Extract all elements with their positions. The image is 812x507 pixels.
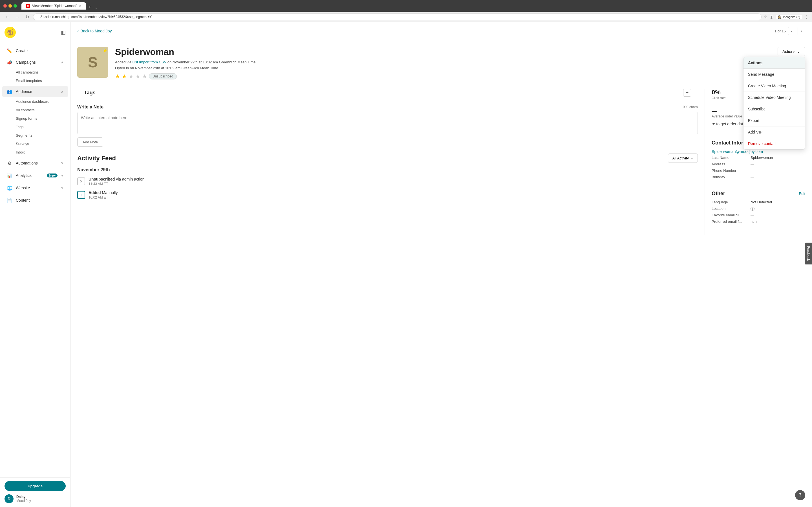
other-info-header: Other Edit [712,191,805,196]
profile-avatar: S ★ [77,47,108,78]
profile-info: Spiderwoman Added via List Import from C… [115,47,805,82]
sidebar-item-campaigns[interactable]: 📣 Campaigns ∧ [2,57,68,68]
dropdown-item-remove-contact[interactable]: Remove contact [744,138,805,149]
activity-section: Activity Feed All Activity ⌄ November 29… [77,154,698,200]
actions-dropdown-button[interactable]: Actions ⌄ [777,47,805,56]
dropdown-item-subscribe[interactable]: Subscribe [744,103,805,115]
sidebar-toggle-button[interactable]: ◧ [61,29,66,36]
activity-date-header: November 29th [77,167,698,172]
sidebar-item-all-campaigns[interactable]: All campaigns [2,68,68,76]
sidebar-item-content-label: Content [16,198,57,203]
website-icon: 🌐 [7,185,12,191]
content-area: Tags + Write a Note 1000 chara Add Note [70,89,812,235]
sidebar-item-tags[interactable]: Tags [2,123,68,131]
reload-button[interactable]: ↻ [24,14,31,20]
sidebar-item-segments[interactable]: Segments [2,131,68,139]
sidebar-item-audience-dashboard[interactable]: Audience dashboard [2,98,68,106]
back-button[interactable]: ← [3,14,11,20]
extension-icon[interactable]: ◫ [770,15,773,19]
contact-address-key: Address [712,162,748,166]
star-2[interactable]: ★ [122,73,127,80]
audience-arrow-icon: ∧ [61,90,63,94]
tags-section: Tags + [77,89,698,105]
profile-stars: ★ ★ ★ ★ ★ Unsubscribed [115,73,805,80]
help-button[interactable]: ? [795,490,805,500]
sidebar-section-audience: 👥 Audience ∧ Audience dashboard All cont… [0,86,70,156]
star-5[interactable]: ★ [142,73,147,80]
maximize-dot[interactable] [13,4,17,8]
sidebar-item-email-templates[interactable]: Email templates [2,76,68,85]
dropdown-item-send-message[interactable]: Send Message [744,69,805,80]
main-content: ‹ Back to Mood Joy 1 of 15 ‹ › S ★ Spide… [70,22,812,507]
activity-item-unsub-time: 11:43 AM ET [89,182,698,186]
dropdown-item-export[interactable]: Export [744,115,805,126]
minimize-dot[interactable] [8,4,12,8]
window-controls-icon[interactable]: ⌄ [94,5,98,10]
sidebar-item-surveys[interactable]: Surveys [2,140,68,148]
back-to-list-link[interactable]: ‹ Back to Mood Joy [77,29,112,34]
contact-row-lastname: Last Name Spiderwoman [712,156,805,160]
tab-close-icon[interactable]: ✕ [79,4,82,8]
dropdown-item-add-vip[interactable]: Add VIP [744,126,805,138]
dropdown-item-create-video-meeting[interactable]: Create Video Meeting [744,80,805,92]
menu-icon[interactable]: ⋮ [805,15,809,19]
profile-opted-text: Opted in on November 29th at 10:02 am Gr… [115,66,805,70]
other-fav-email-key: Favorite email cli... [712,213,748,217]
add-note-button[interactable]: Add Note [77,137,103,147]
other-info-edit-link[interactable]: Edit [799,191,805,196]
sidebar-section-website: 🌐 Website ∨ [0,182,70,193]
analytics-badge: New [47,173,57,177]
activity-filter-button[interactable]: All Activity ⌄ [668,154,698,163]
sidebar-item-audience[interactable]: 👥 Audience ∧ [2,86,68,97]
note-title: Write a Note [77,105,103,110]
sidebar-item-signup-forms[interactable]: Signup forms [2,114,68,122]
active-tab[interactable]: C View Member "Spiderwoman" ✕ [21,2,86,10]
forward-button[interactable]: → [13,14,21,20]
contact-address-val: — [751,162,754,166]
sidebar-item-inbox[interactable]: Inbox [2,148,68,156]
browser-toolbar: ← → ↻ us21.admin.mailchimp.com/lists/mem… [0,12,812,22]
sidebar-item-create[interactable]: ✏️ Create [2,45,68,56]
pagination-prev-button[interactable]: ‹ [788,27,796,35]
upgrade-button[interactable]: Upgrade [4,481,66,491]
profile-source-link[interactable]: List Import from CSV [132,60,166,64]
close-dot[interactable] [3,4,7,8]
incognito-indicator: 🕵 Incognito (2) [776,15,802,19]
incognito-label: Incognito (2) [783,15,800,18]
app-logo[interactable]: 🐒 [4,27,16,38]
sidebar-item-automations[interactable]: ⚙ Automations ∨ [2,158,68,169]
star-4[interactable]: ★ [135,73,140,80]
back-link-label: Back to Mood Joy [80,29,112,33]
other-location-val: — [757,207,760,211]
new-tab-button[interactable]: + [88,4,91,10]
sidebar-item-analytics[interactable]: 📊 Analytics New ∨ [2,170,68,181]
tags-add-button[interactable]: + [683,89,691,97]
sidebar-item-campaigns-label: Campaigns [16,60,57,64]
bookmark-icon[interactable]: ☆ [764,15,767,19]
added-icon: ↓ [77,191,85,199]
activity-item-unsub-text: Unsubscribed via admin action. [89,177,698,181]
note-textarea[interactable] [77,112,698,134]
profile-added-text: Added via [115,60,132,64]
sidebar-item-all-contacts[interactable]: All contacts [2,106,68,114]
browser-chrome: C View Member "Spiderwoman" ✕ + ⌄ [0,0,812,12]
sidebar-item-content[interactable]: 📄 Content ··· [2,194,68,206]
note-section: Write a Note 1000 chara Add Note [77,105,698,147]
star-1[interactable]: ★ [115,73,120,80]
dropdown-item-schedule-video-meeting[interactable]: Schedule Video Meeting [744,92,805,103]
contact-row-address: Address — [712,162,805,166]
avatar-star-icon: ★ [103,48,107,53]
sidebar-item-website[interactable]: 🌐 Website ∨ [2,182,68,193]
logo-emoji: 🐒 [7,29,14,36]
activity-filter-chevron-icon: ⌄ [691,156,694,160]
pagination-next-button[interactable]: › [798,27,805,35]
profile-wrapper: S ★ Spiderwoman Added via List Import fr… [70,40,812,89]
sidebar-item-audience-label: Audience [16,89,57,94]
contact-email[interactable]: Spiderwoman@moodjoy.com [712,149,805,154]
subscription-status-badge: Unsubscribed [149,73,177,79]
feedback-tab[interactable]: Feedback [805,243,812,265]
sidebar-logo-area: 🐒 ◧ [0,22,70,43]
address-bar[interactable]: us21.admin.mailchimp.com/lists/members/v… [33,13,762,20]
star-3[interactable]: ★ [129,73,134,80]
actions-dropdown-menu: Actions Send Message Create Video Meetin… [743,57,805,150]
